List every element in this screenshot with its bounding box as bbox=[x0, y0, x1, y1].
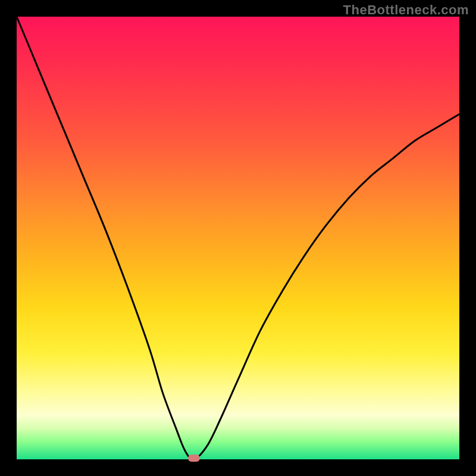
plot-outer bbox=[17, 17, 459, 459]
chart-frame: TheBottleneck.com bbox=[0, 0, 476, 476]
bottleneck-curve bbox=[17, 17, 459, 459]
minimum-marker bbox=[188, 455, 200, 462]
watermark-text: TheBottleneck.com bbox=[343, 2, 469, 18]
